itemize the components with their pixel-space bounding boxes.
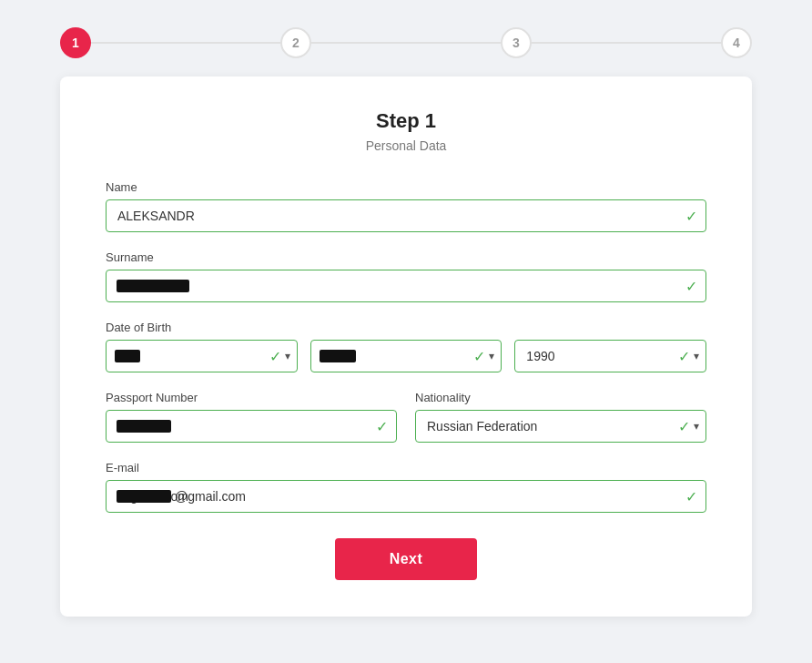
name-input[interactable] [106, 199, 706, 232]
passport-nationality-row: Passport Number ✓ Nationality Russian Fe… [106, 391, 706, 461]
nationality-select-wrapper: Russian Federation ✓ ▾ [415, 410, 706, 443]
name-group: Name ✓ [106, 180, 706, 232]
nationality-label: Nationality [415, 391, 706, 404]
dob-group: Date of Birth ✓ ▾ [106, 321, 706, 372]
email-group: E-mail @gmail.com ✓ [106, 461, 706, 513]
passport-input-wrapper: ✓ [106, 410, 397, 443]
dob-day-select-wrapper: ✓ ▾ [106, 340, 298, 372]
dob-year-wrapper: 1990 ✓ ▾ [514, 340, 706, 372]
form-card: Step 1 Personal Data Name ✓ Surname ✓ Da… [60, 76, 752, 617]
passport-group: Passport Number ✓ [106, 391, 397, 443]
passport-label: Passport Number [106, 391, 397, 404]
dob-row: ✓ ▾ ✓ ▾ [106, 340, 706, 372]
step-3: 3 [501, 27, 532, 58]
dob-year-select[interactable]: 1990 [514, 340, 706, 372]
dob-day-select[interactable] [106, 340, 298, 372]
passport-input[interactable] [106, 410, 397, 443]
surname-input[interactable] [106, 270, 706, 302]
step-subtitle: Personal Data [106, 138, 706, 153]
email-label: E-mail [106, 461, 706, 474]
dob-year-select-wrapper: 1990 ✓ ▾ [514, 340, 706, 372]
stepper-line [60, 42, 752, 44]
stepper: 1 2 3 4 [60, 27, 752, 58]
surname-input-wrapper: ✓ [106, 270, 706, 302]
nationality-select[interactable]: Russian Federation [415, 410, 706, 443]
name-label: Name [106, 180, 706, 194]
dob-label: Date of Birth [106, 321, 706, 334]
step-2: 2 [280, 27, 311, 58]
nationality-group: Nationality Russian Federation ✓ ▾ [415, 391, 706, 443]
step-title: Step 1 [106, 109, 706, 133]
email-input[interactable] [106, 480, 706, 513]
name-input-wrapper: ✓ [106, 199, 706, 232]
dob-day-wrapper: ✓ ▾ [106, 340, 298, 372]
dob-month-select[interactable] [310, 340, 502, 372]
surname-group: Surname ✓ [106, 250, 706, 302]
next-button[interactable]: Next [335, 538, 478, 580]
step-1: 1 [60, 27, 91, 58]
step-4: 4 [721, 27, 752, 58]
dob-month-select-wrapper: ✓ ▾ [310, 340, 502, 372]
email-input-wrapper: @gmail.com ✓ [106, 480, 706, 513]
dob-month-wrapper: ✓ ▾ [310, 340, 502, 372]
surname-label: Surname [106, 250, 706, 264]
